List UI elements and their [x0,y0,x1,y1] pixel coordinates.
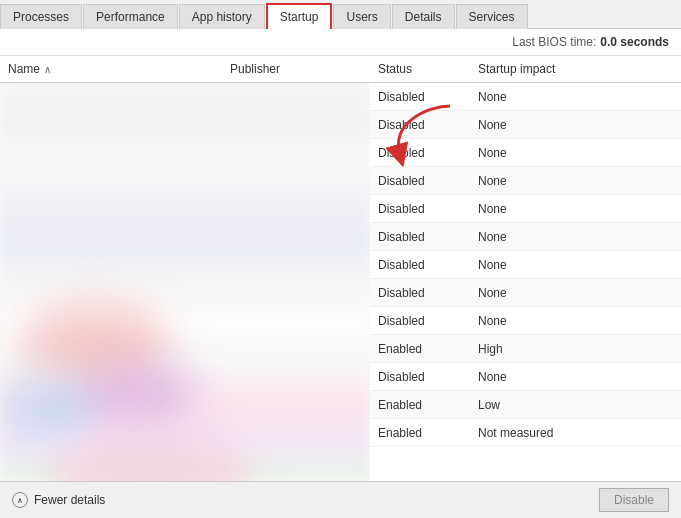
cell-impact: None [470,314,681,328]
cell-impact: None [470,90,681,104]
bios-label: Last BIOS time: [512,35,596,49]
cell-impact: None [470,146,681,160]
cell-impact: None [470,258,681,272]
tab-performance[interactable]: Performance [83,4,178,29]
cell-status: Disabled [370,314,470,328]
left-columns [0,83,370,481]
cell-status: Enabled [370,398,470,412]
table-container: Name ∧ Publisher Status Startup impact D… [0,56,681,481]
cell-status: Disabled [370,146,470,160]
cell-status: Disabled [370,174,470,188]
sort-arrow-icon: ∧ [44,64,51,75]
table-row[interactable]: EnabledNot measured [370,419,681,447]
cell-status: Enabled [370,342,470,356]
cell-status: Disabled [370,258,470,272]
table-row[interactable]: DisabledNone [370,363,681,391]
header-info: Last BIOS time: 0.0 seconds [0,29,681,56]
cell-status: Disabled [370,230,470,244]
cell-status: Disabled [370,370,470,384]
bios-value: 0.0 seconds [600,35,669,49]
cell-impact: High [470,342,681,356]
fewer-details-label: Fewer details [34,493,105,507]
table-row[interactable]: DisabledNone [370,195,681,223]
tab-app-history[interactable]: App history [179,4,265,29]
chevron-up-icon: ∧ [12,492,28,508]
col-header-name[interactable]: Name ∧ [0,60,370,78]
column-headers: Name ∧ Publisher Status Startup impact [0,56,681,83]
fewer-details-button[interactable]: ∧ Fewer details [12,492,105,508]
cell-status: Disabled [370,90,470,104]
table-row[interactable]: EnabledHigh [370,335,681,363]
cell-impact: None [470,174,681,188]
table-row[interactable]: DisabledNone [370,251,681,279]
col-header-status[interactable]: Status [370,60,470,78]
tab-details[interactable]: Details [392,4,455,29]
cell-impact: None [470,230,681,244]
cell-impact: None [470,202,681,216]
table-row[interactable]: EnabledLow [370,391,681,419]
tab-services[interactable]: Services [456,4,528,29]
cell-impact: None [470,286,681,300]
right-columns[interactable]: DisabledNoneDisabledNoneDisabledNoneDisa… [370,83,681,481]
table-row[interactable]: DisabledNone [370,167,681,195]
cell-status: Disabled [370,118,470,132]
table-row[interactable]: DisabledNone [370,83,681,111]
disable-button[interactable]: Disable [599,488,669,512]
cell-impact: None [470,118,681,132]
tab-startup[interactable]: Startup [266,3,333,29]
tab-users[interactable]: Users [333,4,390,29]
table-row[interactable]: DisabledNone [370,111,681,139]
table-row[interactable]: DisabledNone [370,139,681,167]
cell-status: Disabled [370,202,470,216]
table-row[interactable]: DisabledNone [370,223,681,251]
table-row[interactable]: DisabledNone [370,307,681,335]
cell-status: Disabled [370,286,470,300]
footer: ∧ Fewer details Disable [0,481,681,518]
cell-status: Enabled [370,426,470,440]
tab-processes[interactable]: Processes [0,4,82,29]
cell-impact: None [470,370,681,384]
table-row[interactable]: DisabledNone [370,279,681,307]
tab-bar: ProcessesPerformanceApp historyStartupUs… [0,0,681,29]
cell-impact: Not measured [470,426,681,440]
table-body: DisabledNoneDisabledNoneDisabledNoneDisa… [0,83,681,481]
col-header-publisher[interactable]: Publisher [222,60,288,78]
cell-impact: Low [470,398,681,412]
col-header-startup-impact[interactable]: Startup impact [470,60,681,78]
